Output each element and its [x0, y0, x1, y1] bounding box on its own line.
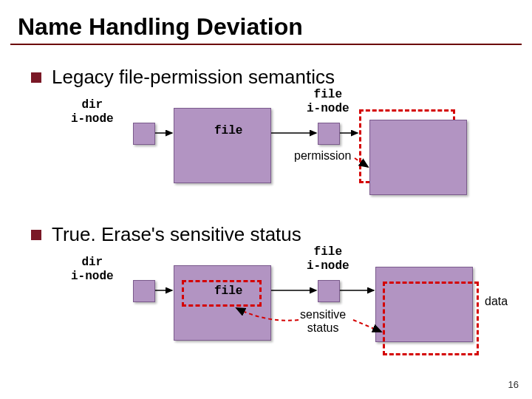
slide-title: Name Handling Deviation	[0, 0, 532, 44]
box-data	[369, 120, 467, 195]
label-dir-inode-2: dir i-node	[71, 255, 114, 284]
label-file: file	[214, 124, 242, 137]
label-data: data	[477, 137, 500, 151]
bullet-legacy: Legacy file-permission semantics	[31, 66, 532, 89]
box-dir-inode-2	[133, 280, 155, 302]
page-number: 16	[508, 379, 519, 390]
box-dir-inode	[133, 123, 155, 145]
box-file-inode	[318, 123, 340, 145]
label-permission: permission	[294, 149, 351, 163]
diagram-trueerase: dir i-node file file i-node sensitive st…	[44, 249, 532, 360]
dash-data	[383, 282, 479, 355]
box-directory	[174, 108, 271, 183]
box-file-inode-2	[318, 280, 340, 302]
bullet-icon	[31, 72, 41, 83]
diagram-legacy: dir i-node file file i-node permission d…	[44, 92, 532, 202]
bullet-trueerase: True. Erase's sensitive status	[31, 223, 532, 246]
label-data-2: data	[485, 295, 508, 308]
bullet-icon	[31, 230, 41, 240]
bullet-legacy-text: Legacy file-permission semantics	[52, 66, 335, 89]
label-file-inode-2: file i-node	[307, 245, 349, 273]
bullet-trueerase-text: True. Erase's sensitive status	[52, 223, 301, 246]
label-sensitive-status: sensitive status	[300, 308, 346, 335]
title-underline	[10, 44, 522, 45]
label-file-inode: file i-node	[307, 87, 349, 116]
label-dir-inode: dir i-node	[71, 98, 114, 126]
label-file-2: file	[214, 284, 242, 298]
